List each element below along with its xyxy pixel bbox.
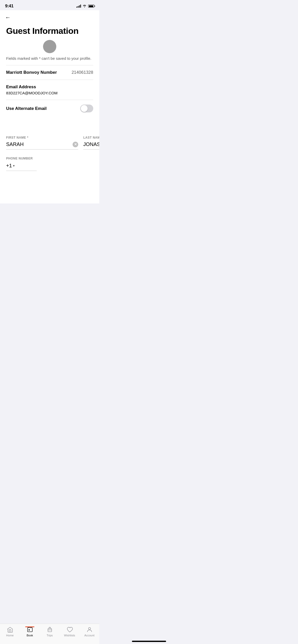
- phone-underline: [6, 171, 37, 171]
- bonvoy-label: Marriott Bonvoy Number: [6, 70, 57, 75]
- country-code-selector[interactable]: +1 ▾: [6, 163, 18, 169]
- last-name-input-row: ✕: [83, 141, 99, 147]
- alternate-email-row: Use Alternate Email: [0, 100, 99, 117]
- country-code-value: +1: [6, 163, 12, 169]
- first-name-input-row: ✕: [6, 141, 78, 147]
- profile-avatar[interactable]: [43, 40, 56, 53]
- first-name-label: FIRST NAME *: [6, 136, 78, 139]
- back-arrow-icon: ←: [5, 14, 11, 21]
- last-name-field: LAST NAME * ✕: [83, 136, 99, 150]
- status-time: 9:41: [5, 4, 13, 9]
- page-title: Guest Information: [6, 26, 93, 36]
- alternate-email-toggle[interactable]: [80, 105, 93, 112]
- page-title-container: Guest Information: [0, 23, 99, 38]
- status-icons: [76, 4, 94, 8]
- signal-icon: [76, 5, 81, 8]
- first-name-input[interactable]: [6, 141, 71, 147]
- first-name-clear-button[interactable]: ✕: [73, 142, 78, 147]
- fields-note: Fields marked with * can't be saved to y…: [0, 54, 99, 65]
- bonvoy-value: 214061328: [72, 70, 93, 75]
- dropdown-chevron-icon: ▾: [13, 164, 15, 168]
- first-name-field: FIRST NAME * ✕: [6, 136, 78, 150]
- last-name-underline: [83, 149, 99, 150]
- status-bar: 9:41: [0, 0, 99, 10]
- names-section: FIRST NAME * ✕ LAST NAME * ✕: [0, 130, 99, 152]
- back-button[interactable]: ←: [0, 10, 99, 23]
- email-row: Email Address 83D227CA@MOODJOY.COM: [0, 80, 99, 100]
- alternate-email-label: Use Alternate Email: [6, 106, 47, 111]
- last-name-input[interactable]: [83, 141, 99, 147]
- bottom-padding: [0, 173, 99, 203]
- toggle-thumb: [81, 105, 88, 112]
- bonvoy-row: Marriott Bonvoy Number 214061328: [0, 65, 99, 80]
- phone-label: PHONE NUMBER: [6, 157, 93, 160]
- phone-section: PHONE NUMBER +1 ▾: [0, 152, 99, 173]
- battery-icon: [88, 5, 94, 8]
- email-label: Email Address: [6, 84, 93, 90]
- last-name-label: LAST NAME *: [83, 136, 99, 139]
- email-value: 83D227CA@MOODJOY.COM: [6, 91, 93, 95]
- phone-row: +1 ▾: [6, 163, 93, 169]
- wifi-icon: [83, 4, 87, 8]
- main-content: ← Guest Information Fields marked with *…: [0, 10, 99, 203]
- names-row: FIRST NAME * ✕ LAST NAME * ✕: [6, 136, 93, 150]
- profile-pic-container[interactable]: [0, 38, 99, 54]
- first-name-underline: [6, 149, 78, 150]
- spacer: [0, 117, 99, 130]
